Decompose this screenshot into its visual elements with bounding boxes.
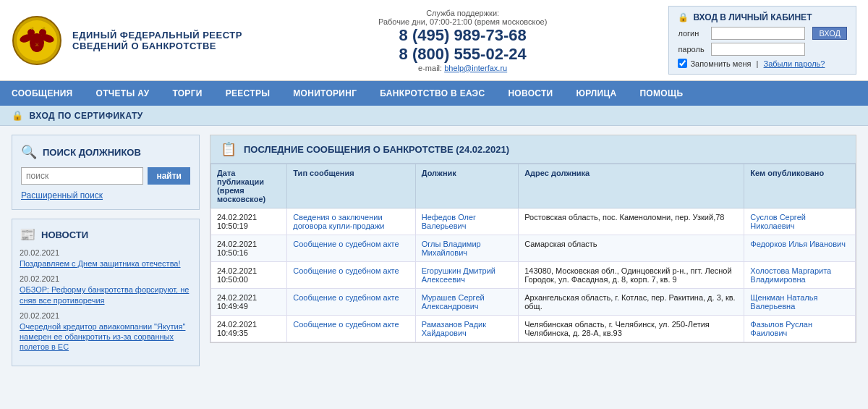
cert-label: ВХОД ПО СЕРТИФИКАТУ <box>30 111 143 121</box>
nav-pomosh[interactable]: ПОМОЩЬ <box>628 81 694 106</box>
forgot-password-link[interactable]: Забыли пароль? <box>764 59 825 68</box>
table-row: 24.02.202110:50:16 Сообщение о судебном … <box>211 235 856 262</box>
nav-yurlitsa[interactable]: ЮРЛИЦА <box>565 81 629 106</box>
messages-icon: 📋 <box>221 141 237 157</box>
svg-text:⚔: ⚔ <box>35 42 39 47</box>
cell-debtor-3: Мурашев Сергей Александрович <box>415 289 518 316</box>
cell-date-0: 24.02.202110:50:19 <box>211 208 287 235</box>
publisher-link-2[interactable]: Холостова Маргарита Владимировна <box>750 266 831 284</box>
right-panel: 📋 ПОСЛЕДНИЕ СООБЩЕНИЯ О БАНКРОТСТВЕ (24.… <box>210 135 856 366</box>
search-title: 🔍 ПОИСК ДОЛЖНИКОВ <box>21 144 190 160</box>
debtor-link-2[interactable]: Егорушкин Дмитрий Алексеевич <box>422 266 495 284</box>
main-content: 🔍 ПОИСК ДОЛЖНИКОВ найти Расширенный поис… <box>0 126 868 375</box>
news-link-2[interactable]: Очередной кредитор авиакомпании "Якутия"… <box>20 321 192 353</box>
nav-monitoring[interactable]: МОНИТОРИНГ <box>281 81 368 106</box>
cell-type-1: Сообщение о судебном акте <box>287 235 415 262</box>
news-link-0[interactable]: Поздравляем с Днем защитника отечества! <box>20 258 192 269</box>
table-row: 24.02.202110:49:35 Сообщение о судебном … <box>211 316 856 342</box>
cell-date-4: 24.02.202110:49:35 <box>211 316 287 342</box>
messages-box: 📋 ПОСЛЕДНИЕ СООБЩЕНИЯ О БАНКРОТСТВЕ (24.… <box>210 135 856 343</box>
login-box: 🔒 ВХОД В ЛИЧНЫЙ КАБИНЕТ логин ВХОД парол… <box>668 6 856 75</box>
debtor-link-4[interactable]: Рамазанов Радик Хайдарович <box>422 320 486 337</box>
search-row: найти <box>21 167 190 185</box>
phone1: 8 (495) 989-73-68 <box>257 26 669 45</box>
cell-debtor-1: Оглы Владимир Михайлович <box>415 235 518 262</box>
cell-address-3: Архангельская область, г. Котлас, пер. Р… <box>519 289 744 316</box>
type-link-3[interactable]: Сообщение о судебном акте <box>293 293 399 302</box>
nav-otchety-au[interactable]: ОТЧЕТЫ АУ <box>85 81 161 106</box>
email-info: e-mail: bhelp@interfax.ru <box>257 64 669 72</box>
password-label: пароль <box>678 45 707 54</box>
cell-type-3: Сообщение о судебном акте <box>287 289 415 316</box>
type-link-4[interactable]: Сообщение о судебном акте <box>293 320 399 329</box>
cell-debtor-4: Рамазанов Радик Хайдарович <box>415 316 518 342</box>
type-link-2[interactable]: Сообщение о судебном акте <box>293 266 399 275</box>
cell-type-4: Сообщение о судебном акте <box>287 316 415 342</box>
cell-publisher-1: Федорков Илья Иванович <box>744 235 856 262</box>
nav-novosti[interactable]: НОВОСТИ <box>496 81 564 106</box>
header: ⚔ ЕДИНЫЙ ФЕДЕРАЛЬНЫЙ РЕЕСТР СВЕДЕНИЙ О Б… <box>0 0 868 81</box>
search-icon: 🔍 <box>21 144 37 160</box>
news-title: 📰 НОВОСТИ <box>20 227 192 243</box>
cell-date-2: 24.02.202110:50:00 <box>211 262 287 289</box>
debtor-link-1[interactable]: Оглы Владимир Михайлович <box>422 240 481 257</box>
search-input[interactable] <box>21 167 143 185</box>
login-input[interactable] <box>711 27 805 40</box>
cert-lock-icon: 🔒 <box>12 110 24 121</box>
type-link-0[interactable]: Сведения о заключении договора купли-про… <box>293 213 384 230</box>
vhod-button[interactable]: ВХОД <box>812 27 847 40</box>
login-title: 🔒 ВХОД В ЛИЧНЫЙ КАБИНЕТ <box>678 12 812 22</box>
cert-bar: 🔒 ВХОД ПО СЕРТИФИКАТУ <box>0 106 868 126</box>
remember-checkbox[interactable] <box>678 59 687 68</box>
col-header-address: Адрес должника <box>519 164 744 208</box>
cell-publisher-2: Холостова Маргарита Владимировна <box>744 262 856 289</box>
cell-type-2: Сообщение о судебном акте <box>287 262 415 289</box>
search-button[interactable]: найти <box>148 167 190 185</box>
publisher-link-1[interactable]: Федорков Илья Иванович <box>750 240 846 248</box>
password-field-row: пароль <box>678 43 805 56</box>
phone2: 8 (800) 555-02-24 <box>257 45 669 64</box>
nav-reestry[interactable]: РЕЕСТРЫ <box>214 81 282 106</box>
type-link-1[interactable]: Сообщение о судебном акте <box>293 240 399 248</box>
advanced-search-link[interactable]: Расширенный поиск <box>21 190 103 201</box>
nav-torgi[interactable]: ТОРГИ <box>161 81 213 106</box>
publisher-link-4[interactable]: Фазылов Руслан Фаилович <box>750 320 812 337</box>
nav-bankrotstvo-eaes[interactable]: БАНКРОТСТВО В ЕАЭС <box>368 81 496 106</box>
cell-publisher-0: Суслов Сергей Николаевич <box>744 208 856 235</box>
cell-address-1: Самарская область <box>519 235 744 262</box>
password-input[interactable] <box>711 43 805 56</box>
debtor-link-0[interactable]: Нефедов Олег Валерьевич <box>422 213 476 230</box>
cell-publisher-4: Фазылов Руслан Фаилович <box>744 316 856 342</box>
login-field-row: логин ВХОД <box>678 27 847 40</box>
cell-date-1: 24.02.202110:50:16 <box>211 235 287 262</box>
login-label: логин <box>678 29 707 38</box>
search-box: 🔍 ПОИСК ДОЛЖНИКОВ найти Расширенный поис… <box>12 135 200 210</box>
email-link[interactable]: bhelp@interfax.ru <box>444 64 507 72</box>
cell-publisher-3: Щенкман Наталья Валерьевна <box>744 289 856 316</box>
cell-address-0: Ростовская область, пос. Каменоломни, пе… <box>519 208 744 235</box>
cell-debtor-2: Егорушкин Дмитрий Алексеевич <box>415 262 518 289</box>
debtor-link-3[interactable]: Мурашев Сергей Александрович <box>422 293 485 311</box>
col-header-debtor: Должник <box>415 164 518 208</box>
logo: ⚔ <box>12 15 62 66</box>
support-info: Служба поддержки: Рабочие дни, 07:00-21:… <box>257 9 669 72</box>
table-row: 24.02.202110:50:19 Сведения о заключении… <box>211 208 856 235</box>
news-link-1[interactable]: ОБЗОР: Реформу банкротства форсируют, не… <box>20 284 192 305</box>
lock-icon: 🔒 <box>678 12 689 22</box>
publisher-link-0[interactable]: Суслов Сергей Николаевич <box>750 213 806 230</box>
cell-date-3: 24.02.202110:49:49 <box>211 289 287 316</box>
site-title: ЕДИНЫЙ ФЕДЕРАЛЬНЫЙ РЕЕСТР СВЕДЕНИЙ О БАН… <box>72 30 242 51</box>
news-icon: 📰 <box>20 227 35 243</box>
news-box: 📰 НОВОСТИ 20.02.2021 Поздравляем с Днем … <box>12 219 200 366</box>
messages-header: 📋 ПОСЛЕДНИЕ СООБЩЕНИЯ О БАНКРОТСТВЕ (24.… <box>210 135 856 164</box>
col-header-date: Дата публикации (время московское) <box>211 164 287 208</box>
publisher-link-3[interactable]: Щенкман Наталья Валерьевна <box>750 293 817 311</box>
list-item: 20.02.2021 ОБЗОР: Реформу банкротства фо… <box>20 274 192 305</box>
nav-soobscheniya[interactable]: СООБЩЕНИЯ <box>0 81 85 106</box>
cell-debtor-0: Нефедов Олег Валерьевич <box>415 208 518 235</box>
col-header-publisher: Кем опубликовано <box>744 164 856 208</box>
list-item: 20.02.2021 Очередной кредитор авиакомпан… <box>20 311 192 353</box>
table-row: 24.02.202110:49:49 Сообщение о судебном … <box>211 289 856 316</box>
cell-address-4: Челябинская область, г. Челябинск, ул. 2… <box>519 316 744 342</box>
list-item: 20.02.2021 Поздравляем с Днем защитника … <box>20 248 192 269</box>
